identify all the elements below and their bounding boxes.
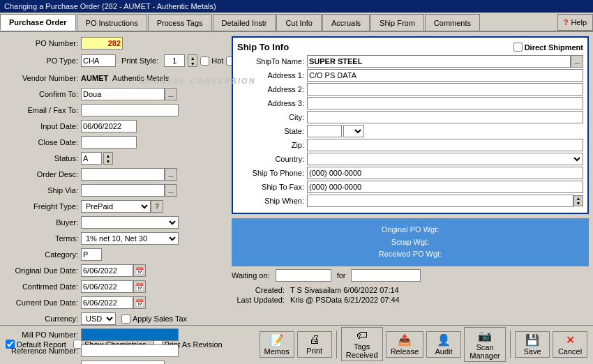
ship-to-box: Ship To Info Direct Shipment ShipTo Name… <box>232 36 589 214</box>
waiting-on-for-input[interactable] <box>351 269 421 282</box>
input-date-input[interactable] <box>81 120 137 132</box>
confirmed-date-cal-btn[interactable]: 📅 <box>133 280 146 293</box>
current-due-date-cal-btn[interactable]: 📅 <box>133 296 146 309</box>
ship-via-browse-btn[interactable]: ... <box>165 184 177 197</box>
reference-number-input[interactable] <box>81 344 179 357</box>
division-select[interactable]: CHENNAI <box>81 361 165 364</box>
order-desc-row: Order Desc: ... <box>4 167 227 181</box>
confirmed-date-row: Confirmed Date: 📅 <box>4 280 227 294</box>
title-text: Changing a Purchase Order (282 - AUMET -… <box>4 2 216 10</box>
po-number-row: PO Number: <box>4 36 227 50</box>
last-updated-row: Last Updated: Kris @ PSData 6/21/2022 07… <box>232 296 589 304</box>
po-type-input[interactable] <box>81 54 116 67</box>
tab-ship-from[interactable]: Ship From <box>370 14 424 31</box>
ship-to-phone-label: Ship To Phone: <box>237 169 307 177</box>
ship-via-input[interactable] <box>81 184 165 197</box>
print-style-spinner[interactable]: ▲ ▼ <box>188 54 197 67</box>
apply-sales-tax-label[interactable]: Apply Sales Tax <box>121 314 187 324</box>
original-wgt-line: Original PO Wgt: <box>237 224 583 236</box>
tab-accruals[interactable]: Accruals <box>322 14 370 31</box>
zip-row: Zip: <box>237 139 583 151</box>
cancel-label: Cancel <box>558 347 582 356</box>
close-date-input[interactable] <box>81 136 137 149</box>
email-fax-input[interactable] <box>81 104 179 116</box>
state-input[interactable] <box>307 125 342 137</box>
country-label: Country: <box>237 155 307 163</box>
city-input[interactable] <box>307 111 583 123</box>
terms-select[interactable]: 1% net 10, Net 30 <box>81 232 179 245</box>
apply-sales-tax-checkbox[interactable] <box>121 314 130 324</box>
ship-to-name-input[interactable] <box>307 55 571 68</box>
ship-to-title-text: Ship To Info <box>237 42 289 52</box>
release-button[interactable]: 📤 Release <box>386 331 423 358</box>
ship-to-name-label: ShipTo Name: <box>237 57 307 66</box>
freight-type-row: Freight Type: PrePaid ? <box>4 199 227 213</box>
email-fax-label: Email / Fax To: <box>4 106 81 114</box>
buyer-select[interactable] <box>81 216 179 229</box>
zip-input[interactable] <box>307 139 583 151</box>
ship-via-row: Ship Via: ... <box>4 183 227 197</box>
country-select[interactable] <box>307 153 583 165</box>
print-label: Print <box>306 347 322 355</box>
tab-po-instructions[interactable]: PO Instructions <box>77 14 147 31</box>
confirm-to-input[interactable] <box>81 88 165 100</box>
state-label: State: <box>237 127 307 135</box>
city-row: City: <box>237 111 583 123</box>
tab-cut-info[interactable]: Cut Info <box>276 14 322 31</box>
mill-po-number-input[interactable] <box>81 328 179 341</box>
ship-to-name-browse-btn[interactable]: ... <box>571 55 583 68</box>
address3-row: Address 3: <box>237 97 583 109</box>
memos-button[interactable]: 📝 Memos <box>260 331 294 358</box>
po-number-input[interactable] <box>81 37 123 50</box>
last-updated-value: Kris @ PSData 6/21/2022 07:44 <box>290 296 400 304</box>
address2-input[interactable] <box>307 83 583 96</box>
currency-select[interactable]: USD <box>81 312 116 325</box>
confirmed-date-input[interactable] <box>81 280 133 293</box>
hot-checkbox-label[interactable]: Hot <box>200 56 223 66</box>
tab-bar: Purchase Order PO Instructions Process T… <box>0 13 593 32</box>
audit-button[interactable]: 👤 Audit <box>426 331 461 358</box>
vendor-name-value: Authentic Metals <box>112 74 169 82</box>
current-due-date-input[interactable] <box>81 296 133 309</box>
cancel-button[interactable]: ✕ Cancel <box>553 331 587 358</box>
print-button[interactable]: 🖨 Print <box>297 331 332 358</box>
currency-label: Currency: <box>4 314 81 323</box>
tags-received-icon: 🏷 <box>356 329 368 342</box>
direct-shipment-label[interactable]: Direct Shipment <box>513 43 583 52</box>
status-input[interactable] <box>81 152 102 165</box>
tab-process-tags[interactable]: Process Tags <box>148 14 212 31</box>
print-style-input[interactable] <box>164 54 185 67</box>
hot-checkbox[interactable] <box>200 56 209 66</box>
address1-input[interactable] <box>307 69 583 82</box>
address1-row: Address 1: <box>237 69 583 82</box>
freight-type-help-btn[interactable]: ? <box>151 200 163 213</box>
state-select[interactable] <box>343 125 364 137</box>
city-label: City: <box>237 113 307 121</box>
status-spinner[interactable]: ▲ ▼ <box>103 152 113 165</box>
help-button[interactable]: ? Help <box>557 14 593 31</box>
direct-shipment-checkbox[interactable] <box>513 43 523 52</box>
mill-po-number-row: Mill PO Number: <box>4 328 227 342</box>
ship-to-phone-input[interactable] <box>307 167 583 179</box>
ship-to-fax-input[interactable] <box>307 181 583 193</box>
tags-received-button[interactable]: 🏷 Tags Received <box>341 327 383 361</box>
scan-manager-button[interactable]: 📷 Scan Manager <box>464 327 506 362</box>
tab-purchase-order[interactable]: Purchase Order <box>0 14 76 31</box>
ship-when-spinner[interactable]: ▲ ▼ <box>573 195 583 206</box>
tab-comments[interactable]: Comments <box>425 14 480 31</box>
tab-detailed-instr[interactable]: Detailed Instr <box>213 14 276 31</box>
address3-input[interactable] <box>307 97 583 109</box>
order-desc-browse-btn[interactable]: ... <box>165 168 177 181</box>
original-due-date-cal-btn[interactable]: 📅 <box>133 264 146 277</box>
freight-type-select[interactable]: PrePaid <box>81 200 151 213</box>
category-input[interactable] <box>81 248 102 261</box>
waiting-on-input[interactable] <box>276 269 331 282</box>
save-button[interactable]: 💾 Save <box>515 331 550 358</box>
confirm-to-browse-btn[interactable]: ... <box>165 88 177 100</box>
divider-2 <box>510 331 511 358</box>
vendor-number-label: Vendor Number: <box>4 74 81 82</box>
order-desc-input[interactable] <box>81 168 165 181</box>
close-date-label: Close Date: <box>4 138 81 146</box>
original-due-date-input[interactable] <box>81 264 133 277</box>
ship-when-input[interactable] <box>307 195 573 207</box>
